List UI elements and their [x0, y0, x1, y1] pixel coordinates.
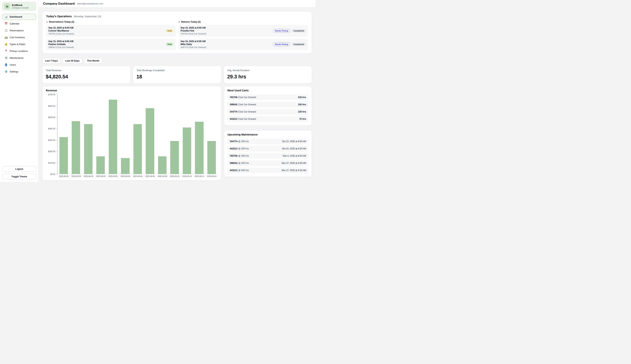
x-axis-label: 2025-08-28 [82, 175, 94, 177]
maintenance-date: Nov 27, 2025 at 8:30 AM [282, 169, 306, 172]
calendar-icon: 📅 [4, 22, 8, 25]
app-window: Ez2Book Company Console 📊 Dashboard 📅 Ca… [0, 0, 316, 182]
cart-usage-hours: 192 hrs [298, 103, 306, 106]
y-axis-label: $600.00 [48, 105, 55, 107]
maintenance-label: 344774@ 250 hrs [230, 140, 249, 143]
maintenance-row: 443212@ 500 hrs Nov 27, 2025 at 8:30 AM [228, 168, 308, 173]
revenue-bar [183, 128, 191, 174]
upcoming-maintenance-title: Upcoming Maintenance [228, 133, 308, 136]
reservations-heading: ▲ Reservations Today (2) [46, 20, 176, 23]
needs-pickup-badge[interactable]: Needs Pickup [273, 42, 290, 46]
maintenance-row: 398542@ 250 hrs Nov 27, 2025 at 8:30 AM [228, 160, 308, 166]
cart-usage-row: 443212Club Car Onward 72 hrs [228, 116, 308, 122]
x-axis-label: 2025-09-06 [156, 175, 168, 177]
return-item[interactable]: Sep 15, 2025 at 8:00 AM Mike Daily 34477… [178, 38, 308, 50]
y-axis-label: $0.00 [50, 173, 55, 175]
filter-last-7-days-button[interactable]: Last 7 Days [42, 58, 60, 64]
sidebar-item-pickup-locations[interactable]: 📍 Pickup Locations [2, 48, 36, 54]
completed-badge: Completed [292, 29, 306, 32]
sidebar-item-maintenance[interactable]: 🛠️ Maintenance [2, 55, 36, 61]
reservations-heading-label: Reservations Today (2) [49, 20, 74, 23]
most-used-carts-card: Most Used Carts 765756Club Car Onward 21… [224, 86, 312, 126]
sidebar-item-label: Calendar [10, 22, 20, 25]
return-badges: Needs Pickup Completed [273, 42, 306, 46]
sidebar-item-reservations[interactable]: 📋 Reservations [2, 28, 36, 34]
y-axis-label: $200.00 [48, 150, 55, 152]
revenue-bar [60, 137, 68, 174]
revenue-bar [121, 158, 130, 174]
revenue-bar [109, 100, 117, 174]
reservation-info: Sep 15, 2025 at 8:00 AM Connor MacManus … [48, 26, 74, 36]
reservation-item[interactable]: Sep 15, 2025 at 8:00 AM Connor MacManus … [46, 25, 176, 37]
sidebar-item-calendar[interactable]: 📅 Calendar [2, 20, 36, 27]
return-info: Sep 15, 2025 at 8:00 AM Mike Daily 34477… [180, 40, 206, 49]
y-axis-tick [56, 117, 57, 118]
maintenance-date: Oct 24, 2025 at 8:30 AM [282, 147, 306, 150]
app-subtitle: Company Console [12, 7, 29, 9]
y-axis-tick [56, 128, 57, 129]
paid-badge: Paid [166, 43, 174, 46]
reservation-datetime: Sep 15, 2025 at 8:00 AM [48, 26, 74, 29]
types-rates-icon: 💰 [4, 43, 8, 46]
revenue-bar [134, 124, 142, 174]
sidebar-item-cart-inventory[interactable]: 🛺 Cart Inventory [2, 34, 36, 40]
sidebar-item-types-rates[interactable]: 💰 Types & Rates [2, 41, 36, 47]
sidebar-footer: Logout Toggle Theme [2, 166, 36, 180]
sidebar-item-label: Types & Rates [10, 43, 26, 46]
maintenance-date: Oct 22, 2025 at 8:30 AM [282, 140, 306, 143]
maintenance-row: 344774@ 250 hrs Oct 22, 2025 at 8:30 AM [228, 139, 308, 144]
cart-description: 398542 (Club Car Onward) [48, 46, 74, 49]
sidebar-item-label: Settings [10, 70, 18, 73]
filter-this-month-button[interactable]: This Month [84, 58, 102, 64]
page-title: Company Dashboard [43, 2, 75, 6]
operations-title-row: Today's Operations (Monday, September 15… [46, 15, 308, 18]
maintenance-row: 765756@ 250 hrs Nov 4, 2025 at 8:30 AM [228, 153, 308, 159]
revenue-bar [158, 156, 166, 174]
x-axis-label: 2025-09-12 [181, 175, 193, 177]
down-triangle-icon: ▼ [178, 21, 180, 23]
users-icon: 👤 [4, 64, 8, 66]
sidebar: Ez2Book Company Console 📊 Dashboard 📅 Ca… [0, 0, 38, 182]
cart-usage-label: 344774Club Car Onward [230, 110, 256, 113]
sidebar-item-dashboard[interactable]: 📊 Dashboard [2, 14, 36, 20]
sidebar-item-label: Reservations [10, 29, 24, 32]
y-axis-tick [56, 94, 57, 95]
up-triangle-icon: ▲ [46, 21, 48, 23]
filter-last-30-days-button[interactable]: Last 30 Days [62, 58, 82, 64]
cart-usage-row: 398542Club Car Onward 192 hrs [228, 102, 308, 107]
total-bookings-value: 18 [136, 74, 218, 80]
revenue-bar [208, 141, 216, 174]
maintenance-date: Nov 27, 2025 at 8:30 AM [282, 162, 306, 164]
maintenance-label: 443212@ 500 hrs [230, 169, 249, 172]
x-axis-label: 2025-09-13 [193, 175, 206, 177]
app-logo-text: Ez2Book Company Console [12, 4, 29, 9]
upcoming-maintenance-card: Upcoming Maintenance 344774@ 250 hrs Oct… [224, 130, 312, 177]
reservation-item[interactable]: Sep 15, 2025 at 8:00 AM Padme Amidala 39… [46, 38, 176, 50]
y-axis-tick [56, 174, 57, 174]
cart-inventory-icon: 🛺 [4, 36, 8, 39]
sidebar-item-users[interactable]: 👤 Users [2, 62, 36, 68]
maintenance-label: 765756@ 250 hrs [230, 154, 249, 157]
sidebar-item-label: Pickup Locations [10, 50, 28, 52]
dashboard-main: Today's Operations (Monday, September 15… [38, 8, 316, 182]
logout-button[interactable]: Logout [2, 166, 36, 172]
needs-pickup-badge[interactable]: Needs Pickup [273, 29, 290, 32]
customer-name: Mike Daily [180, 43, 206, 46]
sidebar-nav: 📊 Dashboard 📅 Calendar 📋 Reservations 🛺 … [2, 14, 36, 76]
sidebar-item-settings[interactable]: ⚙️ Settings [2, 68, 36, 75]
x-axis-label: 2025-09-05 [144, 175, 156, 177]
header: Company Dashboard admin@coastaldunes.com [38, 0, 316, 8]
maintenance-date: Nov 4, 2025 at 8:30 AM [283, 154, 306, 157]
cart-usage-label: 398542Club Car Onward [230, 103, 256, 106]
revenue-bar [146, 108, 154, 174]
toggle-theme-button[interactable]: Toggle Theme [2, 174, 36, 180]
cart-usage-hours: 120 hrs [298, 110, 306, 113]
cart-description: 765756 (Club Car Onward) [180, 32, 206, 36]
sidebar-item-label: Dashboard [10, 16, 22, 18]
return-item[interactable]: Sep 15, 2025 at 8:00 AM Prasilla Fink 76… [178, 25, 308, 37]
y-axis-label: $700.00 [48, 94, 55, 96]
stat-label: Avg. Rental Duration [227, 69, 308, 72]
reservations-icon: 📋 [4, 29, 8, 32]
reservation-badges: Hold [166, 29, 174, 32]
cart-usage-hours: 72 hrs [299, 118, 306, 120]
